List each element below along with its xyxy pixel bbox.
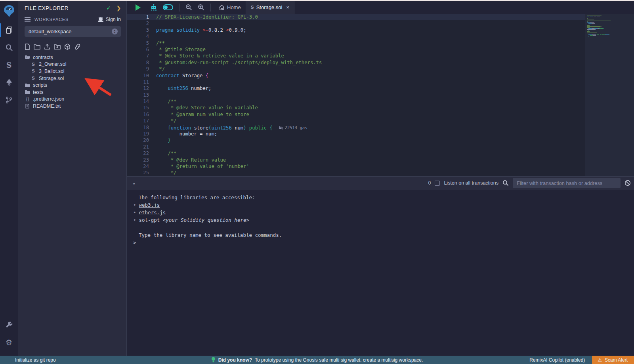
zoom-in-icon[interactable] [198, 4, 204, 11]
line-number[interactable]: 9 [127, 66, 149, 72]
code-line-23[interactable]: 23 * @dev Return value [127, 157, 585, 163]
link-icon[interactable] [74, 44, 81, 50]
sign-in-button[interactable]: Sign in [97, 17, 121, 22]
home-icon [219, 5, 225, 10]
code-line-14[interactable]: 14 /** [127, 98, 585, 105]
code-line-9[interactable]: 9 */ [127, 66, 585, 72]
line-number[interactable]: 19 [127, 131, 149, 137]
code-line-20[interactable]: 20 } [127, 137, 585, 143]
line-number[interactable]: 18 [127, 124, 149, 131]
line-number[interactable]: 15 [127, 105, 149, 111]
tree-item-storage-sol[interactable]: SStorage.sol [18, 75, 126, 82]
listen-checkbox[interactable] [435, 181, 440, 186]
line-number[interactable]: 17 [127, 118, 149, 124]
line-number[interactable]: 7 [127, 53, 149, 59]
file-tree: contractsS2_Owner.solS3_Ballot.solSStora… [18, 53, 126, 110]
code-line-6[interactable]: 6 * @title Storage [127, 46, 585, 53]
code-line-10[interactable]: 10contract Storage { [127, 72, 585, 79]
line-number[interactable]: 25 [127, 170, 149, 176]
tree-item-3-ballot-sol[interactable]: S3_Ballot.sol [18, 68, 126, 75]
line-number[interactable]: 20 [127, 137, 149, 143]
line-number[interactable]: 10 [127, 72, 149, 79]
code-lines[interactable]: 1// SPDX-License-Identifier: GPL-3.023pr… [127, 14, 585, 176]
code-line-1[interactable]: 1// SPDX-License-Identifier: GPL-3.0 [127, 14, 585, 20]
git-init-button[interactable]: Initialize as git repo [15, 357, 56, 363]
clear-console-icon[interactable] [624, 180, 631, 186]
tree-item-scripts[interactable]: scripts [18, 82, 126, 89]
terminal-search-icon[interactable] [502, 180, 509, 186]
code-line-13[interactable]: 13 [127, 92, 585, 98]
code-line-21[interactable]: 21 [127, 144, 585, 150]
git-icon[interactable] [0, 91, 18, 109]
code-line-24[interactable]: 24 * @return value of 'number' [127, 163, 585, 170]
line-number[interactable]: 8 [127, 59, 149, 66]
line-number[interactable]: 1 [127, 14, 149, 20]
line-number[interactable]: 6 [127, 46, 149, 53]
tree-item-tests[interactable]: tests [18, 89, 126, 96]
code-line-18[interactable]: 18 function store(uint256 num) public {2… [127, 124, 585, 131]
line-number[interactable]: 4 [127, 33, 149, 40]
tab-storage-sol[interactable]: S Storage.sol × [246, 1, 294, 14]
remix-logo-icon[interactable] [0, 1, 18, 21]
hamburger-icon[interactable] [25, 17, 31, 22]
code-line-16[interactable]: 16 * @param num value to store [127, 111, 585, 118]
line-number[interactable]: 14 [127, 98, 149, 105]
terminal-output[interactable]: The following libraries are accessible:•… [127, 190, 634, 356]
collapse-terminal-icon[interactable]: ⌄⌄ [132, 182, 136, 184]
close-tab-icon[interactable]: × [286, 4, 289, 10]
code-editor[interactable]: 1// SPDX-License-Identifier: GPL-3.023pr… [127, 14, 634, 176]
code-line-22[interactable]: 22 /** [127, 150, 585, 156]
line-number[interactable]: 13 [127, 92, 149, 98]
code-line-17[interactable]: 17 */ [127, 118, 585, 124]
code-line-12[interactable]: 12 uint256 number; [127, 85, 585, 91]
line-number[interactable]: 16 [127, 111, 149, 118]
upload-file-icon[interactable] [44, 44, 50, 50]
workspace-switch-icon[interactable]: ▲▼ [112, 29, 118, 34]
solidity-compiler-icon[interactable]: S [0, 56, 18, 74]
deploy-run-icon[interactable] [0, 74, 18, 91]
tree-item-readme-txt[interactable]: README.txt [18, 103, 126, 110]
line-number[interactable]: 21 [127, 144, 149, 150]
tree-item-contracts[interactable]: contracts [18, 54, 126, 61]
workspace-select[interactable]: default_workspace ▲▼ [25, 26, 121, 37]
cube-icon[interactable] [64, 44, 71, 50]
ai-robot-icon[interactable] [150, 4, 157, 11]
code-line-7[interactable]: 7 * @dev Store & retrieve value in a var… [127, 53, 585, 59]
line-number[interactable]: 24 [127, 163, 149, 170]
code-line-19[interactable]: 19 number = num; [127, 131, 585, 137]
code-line-5[interactable]: 5/** [127, 40, 585, 46]
line-number[interactable]: 22 [127, 150, 149, 156]
line-number[interactable]: 3 [127, 27, 149, 33]
code-line-2[interactable]: 2 [127, 20, 585, 27]
code-line-25[interactable]: 25 */ [127, 170, 585, 176]
code-line-8[interactable]: 8 * @custom:dev-run-script ./scripts/dep… [127, 59, 585, 66]
library-link[interactable]: web3.js [139, 202, 160, 208]
file-explorer-icon[interactable] [0, 21, 18, 39]
tree-item--prettierrc-json[interactable]: { }.prettierrc.json [18, 96, 126, 103]
tree-item-2-owner-sol[interactable]: S2_Owner.sol [18, 61, 126, 68]
code-line-15[interactable]: 15 * @dev Store value in variable [127, 105, 585, 111]
code-line-11[interactable]: 11 [127, 79, 585, 85]
transaction-filter-input[interactable] [513, 178, 621, 188]
minimap[interactable] [585, 14, 634, 176]
code-line-3[interactable]: 3pragma solidity >=0.8.2 <0.9.0; [127, 27, 585, 33]
search-icon[interactable] [0, 39, 18, 56]
line-number[interactable]: 11 [127, 79, 149, 85]
copilot-toggle-on[interactable] [163, 4, 173, 10]
zoom-out-icon[interactable] [185, 4, 192, 11]
line-number[interactable]: 5 [127, 40, 149, 46]
upload-folder-icon[interactable] [54, 44, 61, 50]
settings-gear-icon[interactable]: ⚙ [0, 334, 18, 351]
new-folder-icon[interactable] [34, 44, 40, 50]
tab-home[interactable]: Home [214, 1, 246, 14]
plugin-manager-icon[interactable] [0, 316, 18, 334]
chevron-right-icon[interactable]: ❯ [116, 5, 121, 11]
library-link[interactable]: ethers.js [139, 210, 166, 215]
new-file-icon[interactable] [25, 44, 30, 50]
line-number[interactable]: 12 [127, 85, 149, 91]
run-script-button[interactable] [136, 4, 141, 11]
scam-alert-button[interactable]: ⚠ Scam Alert [592, 356, 634, 364]
line-number[interactable]: 23 [127, 157, 149, 163]
code-line-4[interactable]: 4 [127, 33, 585, 40]
line-number[interactable]: 2 [127, 20, 149, 27]
